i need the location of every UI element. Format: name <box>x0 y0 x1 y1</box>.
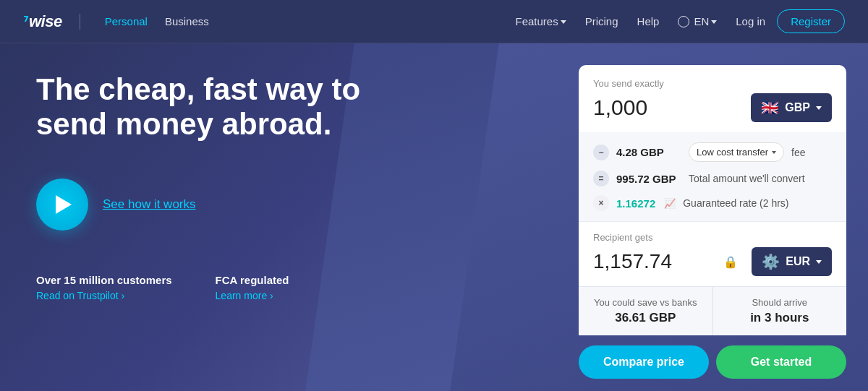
recipient-currency-selector[interactable]: ⚙️ EUR <box>752 247 832 276</box>
logo-text: wise <box>29 12 62 31</box>
send-amount-input[interactable] <box>593 95 723 120</box>
trust-section: Over 15 million customers Read on Trustp… <box>36 274 528 302</box>
times-icon: × <box>593 195 609 211</box>
nav-personal[interactable]: Personal <box>98 11 155 32</box>
get-started-button[interactable]: Get started <box>716 345 846 379</box>
rate-label: Guaranteed rate (2 hrs) <box>683 197 832 209</box>
main-content: The cheap, fast way to send money abroad… <box>0 43 868 391</box>
rate-row: × 1.16272 📈 Guaranteed rate (2 hrs) <box>593 195 832 211</box>
send-row: 🇬🇧 GBP <box>593 93 832 122</box>
send-currency-selector[interactable]: 🇬🇧 GBP <box>751 93 832 122</box>
gbp-flag-icon: 🇬🇧 <box>761 99 779 116</box>
minus-icon: − <box>593 145 609 160</box>
send-currency-chevron-icon <box>816 106 822 110</box>
trust-fca-title: FCA regulated <box>216 274 289 286</box>
see-how-link[interactable]: See how it works <box>103 197 196 212</box>
hero-title: The cheap, fast way to send money abroad… <box>36 72 369 142</box>
save-label: You could save vs banks <box>590 297 701 308</box>
fee-label: fee <box>791 147 832 158</box>
nav-business[interactable]: Business <box>158 11 216 32</box>
recipient-row: 🔒 ⚙️ EUR <box>593 247 832 276</box>
total-label: Total amount we'll convert <box>689 173 832 184</box>
nav-right: Features Pricing Help EN Log in Register <box>509 9 846 33</box>
lock-icon: 🔒 <box>723 255 738 269</box>
compare-button[interactable]: Compare price <box>579 345 709 379</box>
transfer-type-selector[interactable]: Low cost transfer <box>689 142 784 162</box>
nav-help[interactable]: Help <box>630 11 667 32</box>
equals-icon: = <box>593 171 609 186</box>
eur-flag-icon: ⚙️ <box>762 253 780 270</box>
save-stat: You could save vs banks 36.61 GBP <box>579 287 713 335</box>
recipient-currency-code: EUR <box>786 255 810 268</box>
transfer-type-label: Low cost transfer <box>697 147 768 158</box>
fee-row: − 4.28 GBP Low cost transfer fee <box>593 142 832 162</box>
nav-divider <box>80 14 80 30</box>
bottom-stats: You could save vs banks 36.61 GBP Should… <box>579 286 846 335</box>
nav-features[interactable]: Features <box>509 11 574 32</box>
video-section: See how it works <box>36 179 528 231</box>
fca-link[interactable]: Learn more <box>216 290 273 301</box>
action-buttons: Compare price Get started <box>579 335 846 379</box>
nav-language[interactable]: EN <box>671 11 724 32</box>
play-button[interactable] <box>36 179 88 231</box>
logo-bolt: ⁷ <box>23 14 28 30</box>
nav-login[interactable]: Log in <box>728 11 773 32</box>
trustpilot-link[interactable]: Read on Trustpilot <box>36 290 124 301</box>
globe-icon <box>678 16 689 27</box>
fee-value: 4.28 GBP <box>616 146 681 158</box>
left-panel: The cheap, fast way to send money abroad… <box>0 43 557 391</box>
navbar: ⁷ wise Personal Business Features Pricin… <box>0 0 868 43</box>
logo[interactable]: ⁷ wise <box>23 12 62 31</box>
recipient-box: Recipient gets 🔒 ⚙️ EUR <box>579 221 846 286</box>
rate-value: 1.16272 <box>616 197 655 210</box>
arrive-stat: Should arrive in 3 hours <box>713 287 847 335</box>
trust-customers-title: Over 15 million customers <box>36 274 172 286</box>
info-rows: − 4.28 GBP Low cost transfer fee = 995.7… <box>579 132 846 221</box>
play-icon <box>56 195 72 214</box>
recipient-currency-chevron-icon <box>816 260 822 264</box>
save-value: 36.61 GBP <box>590 311 701 325</box>
recipient-amount-input[interactable] <box>593 250 709 273</box>
total-row: = 995.72 GBP Total amount we'll convert <box>593 171 832 186</box>
rate-chart-icon: 📈 <box>664 198 676 209</box>
features-chevron-icon <box>561 20 566 24</box>
nav-pricing[interactable]: Pricing <box>578 11 626 32</box>
total-value: 995.72 GBP <box>616 173 681 185</box>
trust-customers: Over 15 million customers Read on Trustp… <box>36 274 172 302</box>
register-button[interactable]: Register <box>777 9 845 33</box>
arrive-value: in 3 hours <box>725 311 835 325</box>
recipient-label: Recipient gets <box>593 232 832 243</box>
send-box: You send exactly 🇬🇧 GBP <box>579 65 846 132</box>
right-panel: You send exactly 🇬🇧 GBP − 4.28 GBP <box>557 43 868 391</box>
transfer-widget: You send exactly 🇬🇧 GBP − 4.28 GBP <box>579 65 846 379</box>
send-label: You send exactly <box>593 78 832 89</box>
trust-fca: FCA regulated Learn more <box>216 274 289 302</box>
send-currency-code: GBP <box>785 101 810 114</box>
nav-links-left: Personal Business <box>98 11 216 32</box>
arrive-label: Should arrive <box>725 297 835 308</box>
lang-chevron-icon <box>711 20 717 24</box>
transfer-type-chevron-icon <box>772 151 776 154</box>
